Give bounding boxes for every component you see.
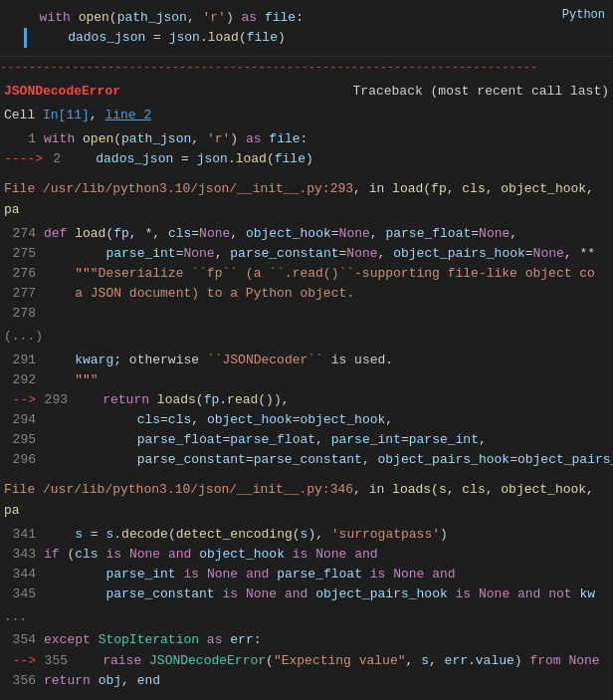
ct-345: parse_constant is None and object_pairs_…: [44, 584, 595, 604]
snippet-line-1: with open(path_json, 'r') as file:: [20, 8, 613, 28]
line-num-2: 2: [51, 149, 65, 169]
ln-274: 274: [4, 224, 44, 244]
ct-292: """: [44, 370, 99, 390]
error-output: ----------------------------------------…: [0, 57, 613, 700]
cb1-line-278: 278: [0, 304, 613, 324]
cb1-line-277: 277 a JSON document) to a Python object.: [0, 284, 613, 304]
input-text-1: with open(path_json, 'r') as file:: [44, 129, 307, 149]
ln-341: 341: [4, 525, 44, 545]
file-line-2: File /usr/lib/python3.10/json/__init__.p…: [0, 478, 613, 522]
cb2-line-294: 294 cls=cls, object_hook=object_hook,: [0, 410, 613, 430]
ct-274: def load(fp, *, cls=None, object_hook=No…: [44, 224, 517, 244]
ct-341: s = s.decode(detect_encoding(s), 'surrog…: [44, 525, 448, 545]
code-block-1: 274 def load(fp, *, cls=None, object_hoo…: [0, 222, 613, 327]
ct-296: parse_constant=parse_constant, object_pa…: [44, 450, 613, 470]
snippet-line-2: dados_json = json.load(file): [20, 28, 613, 48]
ellipsis-2: ...: [0, 606, 613, 628]
ln-293: 293: [44, 390, 72, 410]
snippet-text-1: with open(path_json, 'r') as file:: [24, 8, 304, 28]
language-label: Python: [562, 8, 605, 22]
code-block-2: 291 kwarg; otherwise ``JSONDecoder`` is …: [0, 349, 613, 473]
ct-277: a JSON document) to a Python object.: [44, 284, 354, 304]
ct-295: parse_float=parse_float, parse_int=parse…: [44, 430, 487, 450]
ln-294: 294: [4, 410, 44, 430]
arrow-355: -->: [4, 651, 44, 671]
cb1-line-275: 275 parse_int=None, parse_constant=None,…: [0, 244, 613, 264]
ln-292: 292: [4, 370, 44, 390]
cell-line-link[interactable]: line 2: [104, 108, 151, 122]
ln-291: 291: [4, 350, 44, 370]
error-type: JSONDecodeError: [4, 82, 120, 102]
cb3-line-341: 341 s = s.decode(detect_encoding(s), 'su…: [0, 525, 613, 545]
ct-275: parse_int=None, parse_constant=None, obj…: [44, 244, 595, 264]
cb2-line-291: 291 kwarg; otherwise ``JSONDecoder`` is …: [0, 350, 613, 370]
cell-label: Cell: [4, 108, 43, 122]
cell-comma: ,: [90, 108, 105, 122]
arrow-293: -->: [4, 390, 44, 410]
ln-354: 354: [4, 630, 44, 650]
code-block-4: 354 except StopIteration as err: --> 355…: [0, 628, 613, 692]
ct-344: parse_int is None and parse_float is Non…: [44, 565, 456, 584]
ellipsis-1: (...): [0, 326, 613, 348]
snippet-text-2: dados_json = json.load(file): [37, 28, 286, 48]
error-header: JSONDecodeError Traceback (most recent c…: [0, 80, 613, 104]
ln-278: 278: [4, 304, 44, 324]
cb2-line-292: 292 """: [0, 370, 613, 390]
cb4-line-356: 356 return obj, end: [0, 671, 613, 691]
cb3-line-344: 344 parse_int is None and parse_float is…: [0, 565, 613, 584]
traceback-label: Traceback (most recent call last): [353, 82, 609, 102]
ct-356: return obj, end: [44, 671, 160, 691]
ct-294: cls=cls, object_hook=object_hook,: [44, 410, 393, 430]
ln-296: 296: [4, 450, 44, 470]
ct-343: if (cls is None and object_hook is None …: [44, 545, 378, 565]
ln-275: 275: [4, 244, 44, 264]
cb1-line-274: 274 def load(fp, *, cls=None, object_hoo…: [0, 224, 613, 244]
ln-344: 344: [4, 565, 44, 584]
cell-info: Cell In[11], line 2: [0, 104, 613, 127]
cb3-line-345: 345 parse_constant is None and object_pa…: [0, 584, 613, 604]
cb1-line-276: 276 """Deserialize ``fp`` (a ``.read()``…: [0, 264, 613, 284]
separator: ----------------------------------------…: [0, 57, 613, 80]
input-code-block: 1 with open(path_json, 'r') as file: ---…: [0, 127, 613, 171]
cb3-line-343: 343 if (cls is None and object_hook is N…: [0, 545, 613, 565]
code-block-3: 341 s = s.decode(detect_encoding(s), 'su…: [0, 523, 613, 607]
ct-293: return loads(fp.read()),: [72, 390, 290, 410]
ln-343: 343: [4, 545, 44, 565]
code-snippet: with open(path_json, 'r') as file: dados…: [0, 0, 613, 57]
ct-276: """Deserialize ``fp`` (a ``.read()``-sup…: [44, 264, 595, 284]
ln-345: 345: [4, 584, 44, 604]
arrow-2: ---->: [4, 149, 51, 169]
ct-291: kwarg; otherwise ``JSONDecoder`` is used…: [44, 350, 393, 370]
ln-356: 356: [4, 671, 44, 691]
cb2-line-296: 296 parse_constant=parse_constant, objec…: [0, 450, 613, 470]
ln-355: 355: [44, 651, 72, 671]
line-num-1: 1: [4, 129, 44, 149]
cb4-line-354: 354 except StopIteration as err:: [0, 630, 613, 650]
ct-355: raise JSONDecodeError("Expecting value",…: [72, 651, 600, 671]
top-code-section: with open(path_json, 'r') as file: dados…: [0, 0, 613, 57]
cell-num: In[11]: [43, 108, 90, 122]
indent-bar: [24, 28, 27, 48]
input-line-2: ----> 2 dados_json = json.load(file): [0, 149, 613, 169]
ct-354: except StopIteration as err:: [44, 630, 262, 650]
input-line-1: 1 with open(path_json, 'r') as file:: [0, 129, 613, 149]
file-line-1: File /usr/lib/python3.10/json/__init__.p…: [0, 177, 613, 221]
ln-277: 277: [4, 284, 44, 304]
cb4-line-355: --> 355 raise JSONDecodeError("Expecting…: [0, 651, 613, 671]
ln-295: 295: [4, 430, 44, 450]
ln-276: 276: [4, 264, 44, 284]
cb2-line-293: --> 293 return loads(fp.read()),: [0, 390, 613, 410]
cb2-line-295: 295 parse_float=parse_float, parse_int=p…: [0, 430, 613, 450]
input-text-2: dados_json = json.load(file): [65, 149, 313, 169]
